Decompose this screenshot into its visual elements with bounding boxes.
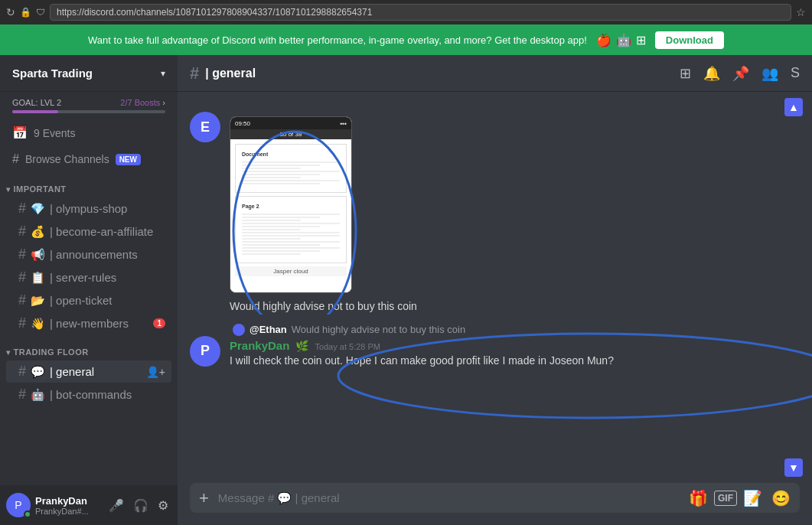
gift-button[interactable]: 🎁 <box>686 486 711 510</box>
category-chevron: ▾ <box>6 185 11 194</box>
phone-time: 09:50 <box>235 120 250 127</box>
channel-sidebar: Sparta Trading ▾ GOAL: LVL 2 2/7 Boosts … <box>0 55 178 525</box>
reply-avatar <box>233 324 245 336</box>
category-important[interactable]: ▾ IMPORTANT <box>0 172 178 197</box>
phone-status-bar: 09:50 ▪▪▪ <box>230 117 351 129</box>
download-button[interactable]: Download <box>655 31 724 49</box>
channel-server-rules[interactable]: # 📋 | server-rules <box>6 266 171 289</box>
message-input-area: + 🎁 GIF 📝 😊 <box>178 483 812 525</box>
scroll-down-container: ▼ <box>784 458 803 477</box>
avatar-letter: P <box>15 499 21 511</box>
channel-label: | announcements <box>50 248 138 261</box>
channel-become-an-affiliate[interactable]: # 💰 | become-an-affiliate <box>6 220 171 243</box>
header-actions: ⊞ 🔔 📌 👥 S <box>680 65 800 82</box>
doc-line <box>242 214 340 215</box>
doc-page-1: Document <box>235 144 347 193</box>
channel-label: | open-ticket <box>50 294 112 307</box>
user-info: PrankyDan PrankyDan#... <box>35 495 101 516</box>
boost-goal-label: GOAL: LVL 2 <box>12 98 61 107</box>
channel-olympus-shop[interactable]: # 💎 | olympus-shop <box>6 197 171 220</box>
deafen-button[interactable]: 🎧 <box>130 495 152 516</box>
channel-emoji: 💰 <box>31 225 45 239</box>
hash-icon: # <box>18 223 26 240</box>
category-trading-floor[interactable]: ▾ TRADING FLOOR <box>0 335 178 360</box>
channel-emoji: 📢 <box>31 248 45 262</box>
hash-icon: # <box>18 315 26 331</box>
scroll-up-button[interactable]: ▲ <box>784 98 803 116</box>
emoji-button[interactable]: 😊 <box>768 486 794 510</box>
channel-bot-commands[interactable]: # 🤖 | bot-commands <box>6 383 171 406</box>
pin-action-icon[interactable]: 📌 <box>732 65 749 82</box>
message-content-prankydan: @Ethan Would highly advise not to buy th… <box>230 324 800 369</box>
message-avatar-ethan: E <box>190 112 220 142</box>
message-input[interactable] <box>218 483 680 513</box>
reply-text: Would highly advise not to buy this coin <box>292 324 465 335</box>
messages-area[interactable]: ▲ E 09:50 ▪▪▪ 30 of <box>178 92 812 483</box>
browse-icon: # <box>12 152 19 166</box>
new-members-badge: 1 <box>153 318 165 328</box>
channel-label: | bot-commands <box>50 388 132 401</box>
star-icon[interactable]: ☆ <box>796 6 806 18</box>
bell-action-icon[interactable]: 🔔 <box>703 65 720 82</box>
message-text-prankydan: I will check the coin out. Hope I can ma… <box>230 354 800 369</box>
message-content-ethan: 09:50 ▪▪▪ 30 of 38 Document <box>230 110 800 315</box>
server-chevron: ▾ <box>161 68 165 79</box>
hash-action-icon[interactable]: ⊞ <box>680 65 691 82</box>
msg-emoji-prankydan: 🌿 <box>295 340 308 352</box>
discord-app: Sparta Trading ▾ GOAL: LVL 2 2/7 Boosts … <box>0 55 812 525</box>
channel-new-members[interactable]: # 👋 | new-members 1 <box>6 312 171 334</box>
phone-screen: Document <box>230 139 351 292</box>
server-name: Sparta Trading <box>12 67 93 80</box>
windows-icon: ⊞ <box>636 33 646 47</box>
channel-emoji: 💬 <box>31 365 45 379</box>
boost-count: 2/7 Boosts › <box>120 98 165 107</box>
category-label: IMPORTANT <box>14 184 67 194</box>
scroll-down-button[interactable]: ▼ <box>784 458 803 477</box>
browse-channels-badge: NEW <box>116 154 141 165</box>
input-actions: 🎁 GIF 📝 😊 <box>686 486 794 510</box>
message-header-prankydan: PrankyDan 🌿 Today at 5:28 PM <box>230 339 800 352</box>
url-bar[interactable]: https://discord.com/channels/10871012978… <box>50 4 791 21</box>
channel-name-header: | general <box>205 67 256 80</box>
server-header[interactable]: Sparta Trading ▾ <box>0 55 178 92</box>
channel-general[interactable]: # 💬 | general 👤+ <box>6 360 171 383</box>
user-controls: 🎤 🎧 ⚙ <box>106 495 171 516</box>
members-action-icon[interactable]: 👥 <box>761 65 778 82</box>
browse-channels-item[interactable]: # Browse Channels NEW <box>0 146 178 172</box>
message-group-ethan: E 09:50 ▪▪▪ 30 of 38 <box>178 104 812 318</box>
gif-button[interactable]: GIF <box>714 491 737 506</box>
events-label: 9 Events <box>34 127 75 139</box>
phone-screenshot: 09:50 ▪▪▪ 30 of 38 Document <box>230 116 352 293</box>
add-attachment-button[interactable]: + <box>196 485 212 511</box>
reload-icon[interactable]: ↻ <box>6 6 15 18</box>
add-user-icon[interactable]: 👤+ <box>146 366 165 378</box>
channel-label: | new-members <box>50 317 129 330</box>
channel-label: | olympus-shop <box>50 202 127 215</box>
doc-line <box>242 161 340 163</box>
sticker-button[interactable]: 📝 <box>740 486 765 510</box>
doc-line <box>242 241 340 243</box>
boost-bar: GOAL: LVL 2 2/7 Boosts › <box>0 92 178 119</box>
reply-bar: @Ethan Would highly advise not to buy th… <box>230 324 800 336</box>
doc-line <box>242 168 301 169</box>
reply-author-label: @Ethan <box>249 324 287 335</box>
events-item[interactable]: 📅 9 Events <box>0 119 178 146</box>
message-text-ethan: Would highly advise not to buy this coin <box>230 299 800 315</box>
channel-announcements[interactable]: # 📢 | announcements <box>6 243 171 266</box>
channel-emoji: 📋 <box>31 271 45 285</box>
channel-open-ticket[interactable]: # 📂 | open-ticket <box>6 289 171 311</box>
settings-button[interactable]: ⚙ <box>155 495 171 516</box>
channel-label: | become-an-affiliate <box>50 225 153 238</box>
phone-status-icons: ▪▪▪ <box>340 120 347 127</box>
image-attachment: 09:50 ▪▪▪ 30 of 38 Document <box>230 116 800 293</box>
channel-emoji: 🤖 <box>31 388 45 402</box>
channel-label: | server-rules <box>50 271 116 284</box>
status-indicator <box>24 510 31 518</box>
boost-progress-fill <box>12 110 58 113</box>
search-header-icon[interactable]: S <box>791 65 800 81</box>
mute-button[interactable]: 🎤 <box>106 495 127 516</box>
hash-icon: # <box>18 364 26 380</box>
category-label: TRADING FLOOR <box>14 347 89 357</box>
doc-line <box>242 174 320 175</box>
message-group-prankydan: P @Ethan Would highly advise not to buy … <box>178 318 812 372</box>
